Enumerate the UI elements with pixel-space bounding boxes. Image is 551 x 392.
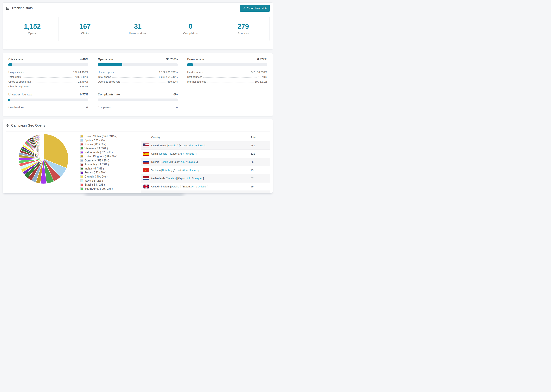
stat-row: Soft bounces18 / 0%: [187, 74, 267, 79]
unsubscribe-rate-bar: [8, 98, 88, 101]
details-link[interactable]: Details ›: [162, 169, 171, 172]
tracking-stats-header: Tracking stats Export basic stats: [6, 3, 270, 14]
stat-unsubscribes-label: Unsubscribes: [129, 32, 147, 35]
stat-row: Complaints0: [98, 104, 178, 109]
total-value: [251, 191, 270, 193]
export-all-link[interactable]: All ›: [181, 161, 185, 163]
legend-item-brazil[interactable]: Brazil ( 33 / 2% ): [80, 183, 141, 186]
total-value: 121: [251, 152, 270, 155]
legend-item-netherlands[interactable]: Netherlands ( 67 / 4% ): [80, 151, 141, 154]
rates-card: Clicks rate 4.46% Unique clicks167 / 4.4…: [3, 53, 273, 116]
stat-complaints-value: 0: [189, 23, 192, 30]
legend-item-france[interactable]: France ( 42 / 2% ): [80, 171, 141, 174]
legend-item-spain[interactable]: Spain ( 121 / 7% ): [80, 139, 141, 142]
flag-united-states-icon: [143, 143, 149, 147]
opens-rate-bar: [98, 63, 178, 66]
total-value: 67: [251, 177, 270, 180]
export-button-label: Export basic stats: [247, 7, 267, 10]
geo-body: United States ( 541 / 31% ) Spain ( 121 …: [3, 132, 273, 193]
export-unique-link[interactable]: Unique ›: [195, 144, 205, 147]
export-all-link[interactable]: All ›: [188, 144, 193, 147]
details-link[interactable]: Details ›: [161, 161, 170, 163]
unsubscribe-rate-section: Unsubscribe rate 0.77% Unsubscribes31: [8, 93, 88, 109]
legend-swatch: [80, 159, 83, 162]
legend-item-south-africa[interactable]: South Africa ( 29 / 2% ): [80, 187, 141, 190]
stat-bounces-value: 279: [238, 23, 249, 30]
opens-rate-title: Opens rate: [98, 58, 113, 61]
stat-row: Click through rate4.147%: [8, 84, 88, 88]
geo-table-header: Country Total: [141, 133, 270, 141]
legend-item-italy[interactable]: Italy ( 36 / 2% ): [80, 179, 141, 182]
column-total: Total: [251, 136, 270, 139]
stat-unsubscribes: 31 Unsubscribes: [111, 17, 164, 41]
clicks-rate-title: Clicks rate: [8, 58, 23, 61]
rates-grid: Clicks rate 4.46% Unique clicks167 / 4.4…: [3, 53, 273, 112]
tracking-stats-card: Tracking stats Export basic stats 1,152 …: [3, 2, 273, 49]
table-row-spain: Spain [Details ›] [Export: All › / Uniqu…: [141, 149, 270, 158]
details-link[interactable]: Details ›: [168, 144, 177, 147]
export-unique-link[interactable]: Unique ›: [186, 152, 196, 155]
stat-bounces-label: Bounces: [238, 32, 249, 35]
stat-bounces: 279 Bounces: [217, 17, 269, 41]
legend-swatch: [80, 147, 83, 150]
table-row-vietnam: Vietnam [Details ›] [Export: All › / Uni…: [141, 166, 270, 174]
legend-item-united-states[interactable]: United States ( 541 / 31% ): [80, 135, 141, 138]
details-link[interactable]: Details ›: [167, 177, 176, 180]
stat-clicks-value: 167: [79, 23, 91, 30]
stat-row: Hard bounces242 / 86.738%: [187, 69, 267, 74]
stat-row: Unique clicks167 / 4.456%: [8, 69, 88, 74]
opens-rate-value: 30.736%: [166, 58, 178, 61]
legend-swatch: [80, 179, 83, 182]
clicks-rate-bar: [8, 63, 88, 66]
bounce-rate-title: Bounce rate: [187, 58, 204, 61]
legend-item-vietnam[interactable]: Vietnam ( 79 / 5% ): [80, 147, 141, 150]
stat-row: Total opens2,303 / 61.446%: [98, 74, 178, 79]
geo-header: Campaign Geo Opens: [6, 119, 270, 132]
export-basic-stats-button[interactable]: Export basic stats: [240, 5, 270, 12]
details-link[interactable]: Details ›: [159, 152, 169, 155]
geo-title-wrap: Campaign Geo Opens: [6, 124, 45, 127]
export-unique-link[interactable]: Unique ›: [193, 177, 203, 180]
geo-opens-card: Campaign Geo Opens United States ( 541 /…: [3, 119, 273, 193]
complaints-rate-section: Complaints rate 0% Complaints0: [98, 93, 178, 109]
export-all-link[interactable]: All ›: [182, 169, 187, 172]
details-link[interactable]: Details ›: [171, 185, 180, 188]
legend-swatch: [80, 155, 83, 158]
page-title: Tracking stats: [11, 6, 33, 10]
column-country: Country: [141, 136, 251, 139]
table-row-germany-clipped: Germany [Details ›] [Export: All › / Uni…: [141, 190, 270, 193]
stat-row: Unique opens1,152 / 30.736%: [98, 69, 178, 74]
legend-item-russia[interactable]: Russia ( 86 / 5% ): [80, 143, 141, 146]
complaints-rate-value: 0%: [174, 93, 178, 96]
stat-complaints-label: Complaints: [183, 32, 198, 35]
legend-swatch: [80, 139, 83, 142]
legend-item-romania[interactable]: Romania ( 49 / 3% ): [80, 163, 141, 166]
export-unique-link[interactable]: Unique ›: [198, 185, 208, 188]
stat-row: Unsubscribes31: [8, 104, 88, 109]
stat-opens: 1,152 Opens: [6, 17, 59, 41]
legend-swatch: [80, 151, 83, 154]
export-all-link[interactable]: All ›: [187, 177, 191, 180]
bounce-rate-section: Bounce rate 6.927% Hard bounces242 / 86.…: [187, 58, 267, 88]
legend-item-canada[interactable]: Canada ( 40 / 2% ): [80, 175, 141, 178]
complaints-rate-bar: [98, 98, 178, 101]
dashboard-page: Tracking stats Export basic stats 1,152 …: [0, 0, 276, 196]
geo-section-title: Campaign Geo Opens: [11, 124, 45, 127]
export-all-link[interactable]: All ›: [191, 185, 196, 188]
legend-item-united-kingdom[interactable]: United Kingdom ( 59 / 3% ): [80, 155, 141, 158]
table-row-united-kingdom: United Kingdom [Details ›] [Export: All …: [141, 182, 270, 190]
export-all-link[interactable]: All ›: [179, 152, 184, 155]
table-row-united-states: United States [Details ›] [Export: All ›…: [141, 141, 270, 149]
flag-vietnam-icon: [143, 168, 149, 172]
export-unique-link[interactable]: Unique ›: [189, 169, 199, 172]
legend-item-germany[interactable]: Germany ( 55 / 3% ): [80, 159, 141, 162]
bounce-rate-value: 6.927%: [257, 58, 267, 61]
geo-legend: United States ( 541 / 31% ) Spain ( 121 …: [80, 135, 141, 193]
export-unique-link[interactable]: Unique ›: [187, 161, 197, 163]
flag-netherlands-icon: [143, 176, 149, 180]
legend-item-india[interactable]: India ( 46 / 3% ): [80, 167, 141, 170]
opens-rate-section: Opens rate 30.736% Unique opens1,152 / 3…: [98, 58, 178, 88]
stat-clicks: 167 Clicks: [59, 17, 111, 41]
clicks-rate-section: Clicks rate 4.46% Unique clicks167 / 4.4…: [8, 58, 88, 88]
stat-opens-label: Opens: [28, 32, 37, 35]
